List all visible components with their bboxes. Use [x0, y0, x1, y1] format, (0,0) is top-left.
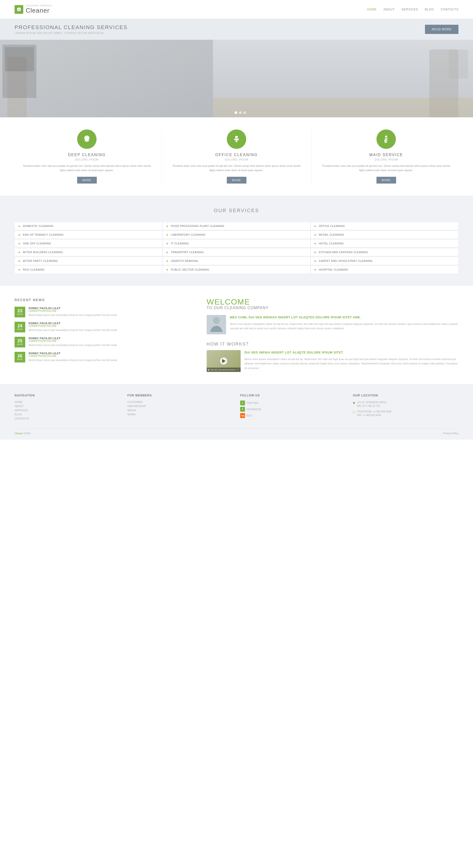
dot-2[interactable]: [239, 111, 242, 114]
privacy-policy-link[interactable]: Privacy Policy: [443, 432, 459, 435]
arrow-icon: ►: [314, 251, 317, 254]
service-name: END OF TENANCY CLEANING: [23, 233, 64, 236]
arrow-icon: ►: [18, 224, 21, 227]
our-services-title: OUR SERVICES: [14, 208, 459, 213]
news-date-3: 25 MAR: [14, 337, 25, 347]
footer-nav-contacts[interactable]: CONTACTS: [14, 417, 120, 420]
news-text-1: Morbi tempor ipsum quis mausolibas lorin…: [29, 313, 195, 317]
play-button[interactable]: [220, 358, 227, 365]
service-cards-section: DEEP CLEANING DOLORE IPSUM Tincidunt dol…: [0, 117, 473, 196]
news-date-1: 23 MAR: [14, 307, 25, 317]
service-name: IT CLEANING: [171, 242, 189, 245]
list-item[interactable]: ► IT CLEANING: [162, 239, 311, 248]
news-title-1: DONEC FACILISI LILET: [29, 307, 195, 310]
list-item[interactable]: ► RUG CLEANING: [14, 266, 162, 274]
nav-about[interactable]: ABOUT: [384, 8, 395, 11]
footer-logo-link[interactable]: Cleaner: [14, 432, 23, 435]
nav-contacts[interactable]: CONTACTS: [441, 8, 459, 11]
list-item[interactable]: ► KITCHEN AND CANTEEN CLEANING: [311, 248, 459, 256]
location-pin-icon: ■: [353, 401, 355, 405]
service-card-office-cleaning: OFFICE CLEANING DOLORE IPSUM Tincidunt d…: [164, 129, 309, 184]
service-name: RUG CLEANING: [23, 268, 45, 271]
footer-nav-about[interactable]: ABOUT: [14, 405, 120, 408]
news-item-3: 25 MAR DONEC FACILISI LILET LOREM IPSUM …: [14, 337, 195, 347]
deep-cleaning-more-button[interactable]: MORE: [77, 177, 97, 184]
arrow-icon: ►: [314, 224, 317, 227]
footer-social-title: FOLLOW US: [240, 394, 346, 397]
list-item[interactable]: ► RETAIL CLEANING: [311, 230, 459, 239]
list-item[interactable]: ► HOTEL CLEANING: [311, 239, 459, 248]
list-item[interactable]: ► GRAFFITI REMOVAL: [162, 257, 311, 265]
deep-cleaning-desc: Tincidunt dolor nunc wisi wue polate sit…: [22, 164, 152, 173]
footer-navigation: NAVIGATION HOME ABOUT SERVICES BLOG CONT…: [14, 394, 120, 421]
list-item[interactable]: ► DOMESTIC CLEANING: [14, 222, 162, 230]
footer-nav-blog[interactable]: BLOG: [14, 413, 120, 416]
footer-location-title: OUR LOCATION: [353, 394, 459, 397]
footer-member-work[interactable]: WORK: [127, 413, 233, 416]
twitter-icon: t: [240, 401, 245, 405]
list-item[interactable]: ► FOOD PROCESSING PLANT CLEANING: [162, 222, 311, 230]
copyright: Cleaner ©2014: [14, 432, 31, 435]
news-day-3: 25: [18, 339, 22, 343]
arrow-icon: ►: [166, 224, 169, 227]
service-card-deep-cleaning: DEEP CLEANING DOLORE IPSUM Tincidunt dol…: [14, 129, 159, 184]
news-subtitle-3: LOREM IPSUM DOLORE: [29, 340, 195, 342]
video-thumbnail[interactable]: ▶ 0:11:32 🔊: [207, 350, 241, 372]
footer-nav-home[interactable]: HOME: [14, 401, 120, 403]
list-item[interactable]: ► HOSPITAL CLEANING: [311, 266, 459, 274]
facebook-icon: f: [240, 407, 245, 412]
footer-phone: TELEPHONE: +1 800 820 0048FAX: +1 800 82…: [357, 410, 391, 417]
arrow-icon: ►: [18, 251, 21, 254]
footer-member-media[interactable]: MEDIA: [127, 409, 233, 412]
footer-member-customer[interactable]: CUSTOMER: [127, 401, 233, 403]
list-item[interactable]: ► AFTER PARTY CLEANING: [14, 257, 162, 265]
footer: NAVIGATION HOME ABOUT SERVICES BLOG CONT…: [0, 384, 473, 440]
video-progress-bar: [218, 370, 236, 370]
nav-blog[interactable]: BLOG: [425, 8, 434, 11]
list-item[interactable]: ► END OF TENANCY CLEANING: [14, 230, 162, 239]
office-cleaning-more-button[interactable]: MORE: [227, 177, 246, 184]
service-name: HOTEL CLEANING: [319, 242, 344, 245]
list-item[interactable]: ► TRANSPORT CLEANING: [162, 248, 311, 256]
video-play-icon: ▶: [208, 369, 210, 371]
read-more-button[interactable]: READ MORE: [425, 25, 459, 34]
news-title-2: DONEC FACILISI LILET: [29, 322, 195, 324]
service-name: AFTER PARTY CLEANING: [23, 259, 58, 262]
service-name: OFFICE CLEANING: [319, 224, 345, 227]
social-rss[interactable]: rss RSS: [240, 413, 346, 418]
nav-services[interactable]: SERVICES: [402, 8, 418, 11]
dot-1[interactable]: [235, 111, 237, 114]
news-day-2: 24: [18, 324, 22, 328]
welcome-subtitle: TO OUR CLEANING COMPANY: [207, 306, 459, 310]
arrow-icon: ►: [18, 233, 21, 236]
list-item[interactable]: ► OFFICE CLEANING: [311, 222, 459, 230]
list-item[interactable]: ► PUBLIC SECTOR CLEANING: [162, 266, 311, 274]
footer-member-partnership[interactable]: PARTNERSHIP: [127, 405, 233, 408]
news-content-1: DONEC FACILISI LILET LOREM IPSUM DOLORE …: [29, 307, 195, 317]
maid-service-icon: [377, 129, 396, 149]
service-name: RETAIL CLEANING: [319, 233, 344, 236]
service-name: AFTER BUILDERS CLEANING: [23, 251, 63, 254]
footer-location: OUR LOCATION ■ 123 ST, NOWHERE DRIVEBIG …: [353, 394, 459, 421]
news-day-4: 26: [18, 354, 22, 358]
social-facebook[interactable]: f FACEBOOK: [240, 407, 346, 412]
list-item[interactable]: ► LABORATORY CLEANING: [162, 230, 311, 239]
content-section: RECENT NEWS 23 MAR DONEC FACILISI LILET …: [0, 286, 473, 384]
how-body: Nemo enim ipsam voluptatem obitur sit qa…: [244, 357, 459, 370]
list-item[interactable]: ► AFTER BUILDERS CLEANING: [14, 248, 162, 256]
services-col-2: ► FOOD PROCESSING PLANT CLEANING ► LABOR…: [162, 222, 311, 274]
arrow-icon: ►: [18, 259, 21, 262]
maid-service-title: MAID SERVICE: [369, 153, 403, 157]
social-twitter[interactable]: t TWITTER: [240, 401, 346, 405]
footer-nav-services[interactable]: SERVICES: [14, 409, 120, 412]
list-item[interactable]: ► CARPET AND UPHOLSTERY CLEANING: [311, 257, 459, 265]
arrow-icon: ►: [166, 233, 169, 236]
maid-service-more-button[interactable]: MORE: [377, 177, 396, 184]
footer-address-item: ■ 123 ST, NOWHERE DRIVEBIG CITY, NE 25 T…: [353, 401, 459, 408]
nav-home[interactable]: HOME: [367, 8, 377, 11]
news-month-3: MAR: [17, 343, 23, 345]
list-item[interactable]: ► ONE OFF CLEANING: [14, 239, 162, 248]
divider-1: [161, 129, 162, 184]
service-name: ONE OFF CLEANING: [23, 242, 51, 245]
dot-3[interactable]: [243, 111, 246, 114]
